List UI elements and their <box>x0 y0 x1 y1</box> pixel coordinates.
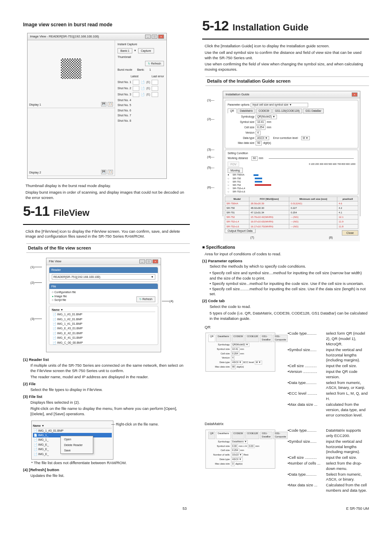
symbol-h-input[interactable]: 0.00 <box>248 444 255 449</box>
tab-qr[interactable]: QR <box>208 432 215 439</box>
version-input[interactable]: 4 <box>256 131 261 135</box>
qr-param: • Version .............input the QR code… <box>288 369 369 380</box>
cell-size-input[interactable]: 0.254 <box>231 449 240 453</box>
slider-track[interactable] <box>269 158 354 159</box>
minimize-icon[interactable]: _ <box>145 35 151 39</box>
ctx-delete[interactable]: Delete Reader <box>61 442 93 448</box>
file-row[interactable]: 📄 IMG_E_#1_01.BMP <box>52 335 155 340</box>
close-icon[interactable]: × <box>152 259 158 264</box>
refresh-button[interactable]: Refresh <box>145 61 164 66</box>
wd-input[interactable]: 60 <box>251 156 258 161</box>
radio-icon[interactable]: ○ <box>228 180 232 183</box>
data-type-select[interactable]: ASCII ▼ <box>231 458 243 462</box>
param-opt-select[interactable]: Input cell size and symbol size ▼ <box>251 103 308 107</box>
symbology-select[interactable]: QR(Model2) ▼ <box>231 343 249 347</box>
fv4-body: Updates the file list. <box>30 473 190 479</box>
output-report-button[interactable]: Output Report Data <box>225 229 256 233</box>
file-row[interactable]: 📄 IMG_1_#3_01.BMP <box>52 312 155 317</box>
thumb-icon[interactable] <box>152 86 158 91</box>
ctx-footnote: * The file list does not differentiate b… <box>31 460 190 466</box>
symbol-size-input[interactable]: 10.41 <box>231 347 240 352</box>
data-type-select[interactable]: ASCII ▼ <box>256 136 269 141</box>
tab-code39[interactable]: CODE39 <box>256 109 272 114</box>
symbology-select[interactable]: DataMatrix ▼ <box>231 440 248 444</box>
close-icon[interactable]: × <box>158 35 164 39</box>
save-icon[interactable]: 💾 <box>101 102 106 106</box>
radio-config[interactable]: Configuration file <box>52 290 155 294</box>
thumb-icon[interactable] <box>152 92 158 97</box>
heading-install-details: Details of the Installation Guide screen <box>205 76 369 86</box>
maximize-icon[interactable]: □ <box>152 35 157 39</box>
copy-icon[interactable]: 📋 <box>108 170 113 174</box>
install-guide-screenshot: Installation Guide × Parameter options I… <box>223 91 360 216</box>
tab-g1[interactable]: GS1-DataBar <box>260 335 272 342</box>
capture-button[interactable]: Capture <box>138 48 154 53</box>
moving-button[interactable]: Moving <box>228 168 243 173</box>
ctx-open[interactable]: Open <box>61 437 93 442</box>
max-label: Max data size <box>228 141 254 145</box>
save-icon[interactable]: 💾 <box>101 170 106 174</box>
symbology-select[interactable]: QR(Model2) ▼ <box>256 115 277 119</box>
close-button[interactable]: Close <box>342 230 358 236</box>
dropdown-icon[interactable]: ▼ <box>134 49 136 52</box>
symbol-w-input[interactable]: 0.00 <box>231 444 238 449</box>
tab-g1[interactable]: GS1-DataBar <box>260 432 272 439</box>
thumb-icon[interactable] <box>133 80 139 85</box>
qr-param: • Code type.........select form QR (mode… <box>288 331 369 347</box>
tab-qr[interactable]: QR <box>228 109 237 114</box>
install-guide-title: Installation Guide <box>226 92 249 97</box>
radio-icon[interactable]: ○ <box>228 190 232 193</box>
thumb-icon[interactable] <box>152 80 158 85</box>
numcells-select[interactable]: 10x10 ▼ <box>231 453 243 457</box>
tab-c128[interactable]: CODE128 <box>245 335 259 342</box>
tab-code128[interactable]: GS1-128(CODE128) <box>272 109 302 114</box>
mm-label: mm <box>267 126 271 130</box>
tab-qr[interactable]: QR <box>208 335 215 342</box>
file-row[interactable]: 📄 IMG_1_#2_01.BMP <box>52 317 155 321</box>
file-row[interactable]: 📄 IMG_1_#3_01.BMP <box>33 428 112 433</box>
radio-icon[interactable]: ○ <box>228 187 232 190</box>
refresh-button[interactable]: Refresh <box>136 296 155 302</box>
ecc-select[interactable]: M ▼ <box>301 136 310 141</box>
p1-body: Select the methods by which to specify c… <box>210 264 369 269</box>
tab-dm[interactable]: DataMatrix <box>216 432 231 439</box>
file-row[interactable]: 📄 IMG_E_#2_01.BMP <box>52 331 155 335</box>
close-icon[interactable]: × <box>352 92 357 97</box>
thumb-icon[interactable]: 📄 <box>141 80 145 84</box>
p2-b1: Select the code to read. <box>210 304 369 310</box>
tab-c39[interactable]: CODE39 <box>232 432 244 439</box>
dm-param: • Number of cells ...select from the dro… <box>288 461 369 472</box>
ecc-select[interactable]: M ▼ <box>255 361 262 365</box>
err-e: (E) <box>146 86 150 90</box>
name-column[interactable]: Name ▼ <box>52 308 155 312</box>
radio-icon[interactable]: ○ <box>228 177 232 180</box>
callout-7: (7) <box>250 236 254 239</box>
version-input[interactable]: 4 <box>231 356 235 360</box>
symbol-size-input[interactable]: 10.41 <box>256 120 265 125</box>
tab-gs1[interactable]: GS1 DataBar <box>303 109 324 114</box>
ctx-save[interactable]: Save <box>61 448 93 453</box>
maximize-icon[interactable]: □ <box>146 259 152 264</box>
minimize-icon[interactable]: _ <box>139 259 145 264</box>
cell-size-input[interactable]: 0.254 <box>256 125 265 130</box>
cell-size-input[interactable]: 0.254 <box>231 352 240 356</box>
thumb-icon[interactable]: 📄 <box>141 86 145 90</box>
file-row[interactable]: 📄 IMG_1_#1_01.BMP <box>52 321 155 326</box>
ch512-b3: Use when confirming the field of view wh… <box>205 62 369 72</box>
err-e: (E) <box>146 80 150 84</box>
tab-c128[interactable]: CODE128 <box>245 432 259 439</box>
thumb-icon[interactable]: 📄 <box>141 92 145 96</box>
bank-select[interactable]: Bank:1 <box>118 48 132 53</box>
data-type-select[interactable]: ASCII ▼ <box>231 361 243 365</box>
tab-c39[interactable]: CODE39 <box>232 335 244 342</box>
radio-icon[interactable]: ● <box>228 173 232 176</box>
tab-dm[interactable]: DataMatrix <box>216 335 231 342</box>
radio-icon[interactable]: ○ <box>228 183 232 187</box>
thumb-icon[interactable] <box>133 92 139 97</box>
thumb-icon[interactable] <box>133 86 139 91</box>
file-row[interactable]: 📄 IMG_E_#3_01.BMP <box>52 326 155 331</box>
reader-dropdown[interactable]: READER[SR-751](192.168.100.100) ▼ <box>52 274 155 280</box>
copy-icon[interactable]: 📋 <box>108 102 113 106</box>
file-row[interactable]: 📄 IMG_C_00_00.BMP <box>52 340 155 345</box>
tab-datamatrix[interactable]: DataMatrix <box>238 109 255 114</box>
